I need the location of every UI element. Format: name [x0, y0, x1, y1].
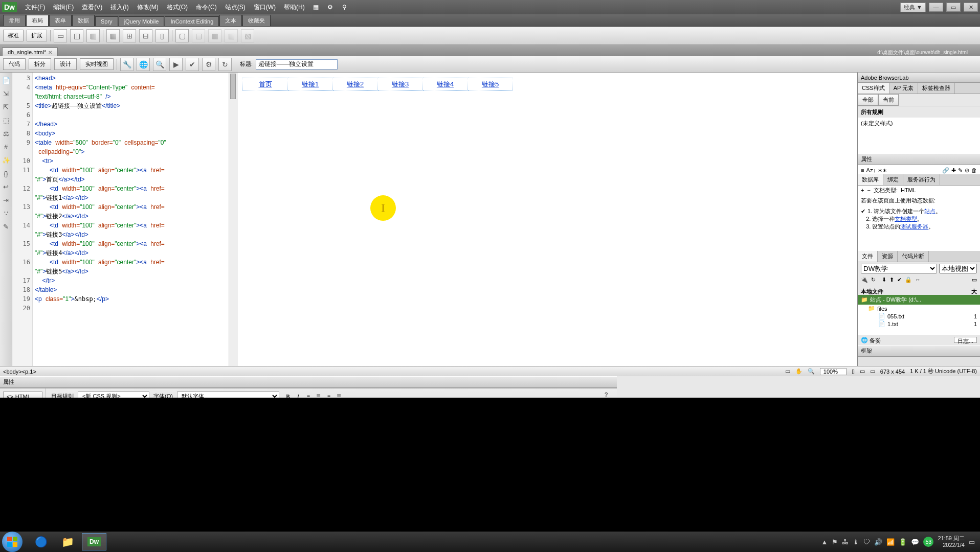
tab-css-styles[interactable]: CSS样式	[858, 83, 889, 94]
tray-msg-icon[interactable]: 💬	[911, 538, 919, 546]
inspect-icon[interactable]: 🔍	[153, 58, 166, 71]
play-icon[interactable]: ▶	[169, 58, 183, 71]
gear-icon[interactable]: ⚙	[323, 2, 338, 12]
log-button[interactable]: 日志...	[954, 337, 977, 343]
insert-tab-8[interactable]: 收藏夹	[242, 15, 271, 26]
scrollbar-thumb[interactable]	[230, 74, 236, 99]
insert-tab-1[interactable]: 布局	[26, 15, 49, 26]
live-view-button[interactable]: 实时视图	[80, 58, 114, 70]
site-selector[interactable]: DW教学	[861, 264, 937, 273]
refresh-files-icon[interactable]: ↻	[871, 277, 876, 284]
tab-snippets[interactable]: 代码片断	[898, 251, 929, 262]
highlight-icon[interactable]: ✨	[2, 155, 11, 165]
tab-files[interactable]: 文件	[858, 251, 878, 262]
show-set-icon[interactable]: ∗∗	[878, 167, 887, 172]
insert-fluid-icon[interactable]: ◫	[70, 29, 83, 42]
frames-panel-header[interactable]: 框架	[858, 345, 980, 357]
help-icon[interactable]: ?	[605, 392, 614, 398]
task-app1[interactable]: 🔵	[29, 533, 53, 550]
file-row[interactable]: 📄1.txt1	[858, 320, 980, 328]
code-view-button[interactable]: 代码	[3, 58, 26, 70]
tray-clock[interactable]: 21:59 周二 2022/1/4	[938, 535, 965, 548]
tray-network-icon[interactable]: 🖧	[842, 538, 849, 546]
tab-assets[interactable]: 资源	[878, 251, 898, 262]
insert-col-icon[interactable]: ▯	[155, 29, 169, 42]
file-row[interactable]: 📄055.txt1	[858, 312, 980, 320]
expand-icon[interactable]: ⇱	[2, 102, 11, 111]
menu-编辑[interactable]: 编辑(E)	[49, 3, 78, 12]
document-tab[interactable]: dh_single.html* ✕	[2, 48, 58, 56]
insert-table-icon[interactable]: ▦	[106, 29, 120, 42]
link-icon[interactable]: 🔗	[942, 167, 949, 172]
title-input[interactable]	[256, 59, 338, 70]
menu-插入[interactable]: 插入(I)	[106, 3, 132, 12]
insert-tab-5[interactable]: jQuery Mobile	[119, 16, 165, 26]
put-icon[interactable]: ⬆	[889, 277, 894, 284]
insert-tab-2[interactable]: 表单	[49, 15, 72, 26]
view-selector[interactable]: 本地视图	[939, 264, 977, 273]
menu-查看[interactable]: 查看(V)	[78, 3, 106, 12]
iframe-icon[interactable]: ▢	[175, 29, 189, 42]
tab-server-behaviors[interactable]: 服务器行为	[903, 174, 940, 185]
code-scrollbar[interactable]	[229, 73, 237, 366]
start-button[interactable]	[2, 532, 23, 552]
css-current-button[interactable]: 当前	[878, 94, 899, 106]
preview-link[interactable]: 链接2	[347, 80, 364, 88]
help-link[interactable]: 站点	[924, 208, 936, 214]
zoom-input[interactable]	[820, 368, 847, 375]
insert-tab-3[interactable]: 数据	[72, 15, 95, 26]
tablet-size-icon[interactable]: ▭	[860, 368, 865, 375]
insert-tab-7[interactable]: 文本	[219, 15, 242, 26]
menu-文件[interactable]: 文件(F)	[21, 3, 49, 12]
format-icon[interactable]: ∵	[2, 209, 11, 218]
edit-icon[interactable]: ✎	[958, 167, 963, 172]
close-tab-icon[interactable]: ✕	[48, 50, 52, 55]
tab-bindings[interactable]: 绑定	[883, 174, 903, 185]
tray-expand-icon[interactable]: ▲	[821, 538, 828, 546]
remove-icon[interactable]: −	[867, 187, 870, 193]
checkin-icon[interactable]: 🔒	[905, 277, 912, 284]
globe-icon[interactable]: 🌐	[137, 58, 150, 71]
code-editor[interactable]: <head><meta http-equiv="Content-Type" co…	[33, 73, 229, 366]
standard-mode-button[interactable]: 标准	[3, 30, 24, 41]
indent-icon[interactable]: ⇥	[2, 195, 11, 204]
tray-action-center-icon[interactable]: ▭	[969, 538, 975, 546]
menu-帮助[interactable]: 帮助(H)	[280, 3, 309, 12]
tray-temp-icon[interactable]: 🌡	[853, 538, 859, 546]
tray-flag-icon[interactable]: ⚑	[832, 538, 838, 546]
collapse-icon[interactable]: ⇲	[2, 89, 11, 98]
site-root-row[interactable]: 📁 站点 - DW教学 (d:\...	[858, 295, 980, 305]
expand-files-icon[interactable]: ▭	[972, 277, 977, 284]
help-link[interactable]: 文档类型	[895, 216, 917, 222]
design-pane[interactable]: 首页链接1链接2链接3链接4链接5 I	[237, 73, 857, 366]
tab-database[interactable]: 数据库	[858, 174, 883, 185]
new-rule-icon[interactable]: ✚	[951, 167, 956, 172]
select-tool-icon[interactable]: ▭	[785, 368, 790, 375]
tray-volume-icon[interactable]: 🔊	[874, 538, 882, 546]
phone-size-icon[interactable]: ▯	[852, 368, 855, 375]
tray-shield-icon[interactable]: 🛡	[863, 538, 870, 546]
options-icon[interactable]: ⚙	[202, 58, 215, 71]
close-button[interactable]: ✕	[964, 3, 978, 12]
tray-signal-icon[interactable]: 📶	[886, 538, 895, 546]
disable-icon[interactable]: ⊘	[965, 167, 969, 172]
insert-tab-6[interactable]: InContext Editing	[165, 16, 219, 26]
insert-tab-4[interactable]: Spry	[95, 16, 118, 26]
tab-tag-inspector[interactable]: 标签检查器	[918, 83, 955, 94]
add-icon[interactable]: +	[861, 187, 864, 193]
insert-row-below-icon[interactable]: ⊟	[139, 29, 152, 42]
layout-icon[interactable]: ▦	[309, 2, 323, 12]
design-view-button[interactable]: 设计	[54, 58, 77, 70]
balance-icon[interactable]: ⚖	[2, 129, 11, 138]
split-view-button[interactable]: 拆分	[29, 58, 51, 70]
globe-small-icon[interactable]: 🌐	[861, 337, 868, 343]
line-numbers-icon[interactable]: #	[2, 142, 11, 151]
preview-link[interactable]: 链接4	[437, 80, 454, 88]
minimize-button[interactable]: —	[929, 3, 943, 12]
show-list-icon[interactable]: Aᴢ↓	[866, 167, 876, 172]
zoom-tool-icon[interactable]: 🔍	[808, 368, 815, 375]
menu-站点[interactable]: 站点(S)	[221, 3, 250, 12]
desktop-size-icon[interactable]: ▭	[870, 368, 875, 375]
word-wrap-icon[interactable]: ↩	[2, 182, 11, 191]
tray-power-icon[interactable]: 🔋	[899, 538, 907, 546]
